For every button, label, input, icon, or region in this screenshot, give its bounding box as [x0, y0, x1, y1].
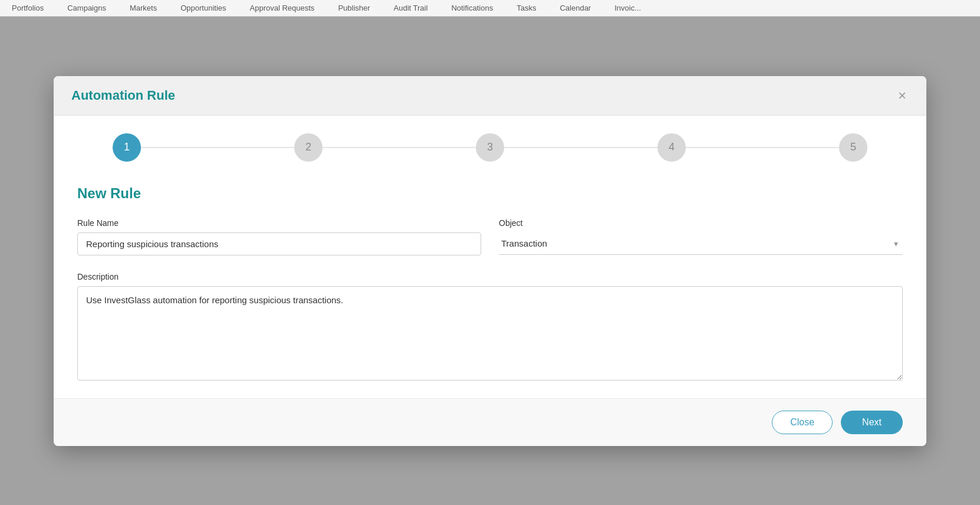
- nav-portfolios[interactable]: Portfolios: [12, 4, 44, 12]
- rule-name-label: Rule Name: [77, 218, 481, 228]
- step-4[interactable]: 4: [657, 133, 686, 162]
- description-textarea[interactable]: Use InvestGlass automation for reporting…: [77, 286, 903, 381]
- nav-invoic[interactable]: Invoic...: [614, 4, 641, 12]
- step-1[interactable]: 1: [113, 133, 141, 162]
- step-5[interactable]: 5: [839, 133, 867, 162]
- nav-publisher[interactable]: Publisher: [338, 4, 370, 12]
- object-label: Object: [499, 218, 903, 228]
- automation-rule-modal: Automation Rule × 1 2 3: [54, 76, 926, 446]
- section-title: New Rule: [77, 185, 903, 202]
- object-select-wrapper: Transaction Portfolio Account Contact ▾: [499, 232, 903, 255]
- nav-bar: Portfolios Campaigns Markets Opportuniti…: [0, 0, 980, 17]
- modal-title: Automation Rule: [71, 88, 175, 103]
- modal-overlay: Automation Rule × 1 2 3: [0, 17, 980, 505]
- description-group: Description Use InvestGlass automation f…: [77, 272, 903, 381]
- nav-tasks[interactable]: Tasks: [517, 4, 536, 12]
- nav-campaigns[interactable]: Campaigns: [67, 4, 106, 12]
- stepper: 1 2 3 4 5: [77, 133, 903, 162]
- rule-name-group: Rule Name: [77, 218, 481, 255]
- description-label: Description: [77, 272, 903, 281]
- modal-close-button[interactable]: ×: [896, 88, 909, 103]
- stepper-items: 1 2 3 4 5: [113, 133, 867, 162]
- nav-approval-requests[interactable]: Approval Requests: [250, 4, 315, 12]
- nav-markets[interactable]: Markets: [130, 4, 157, 12]
- nav-opportunities[interactable]: Opportunities: [180, 4, 226, 12]
- next-button[interactable]: Next: [841, 411, 903, 434]
- nav-notifications[interactable]: Notifications: [451, 4, 493, 12]
- nav-audit-trail[interactable]: Audit Trail: [394, 4, 428, 12]
- modal-body: 1 2 3 4 5 New Rule: [54, 116, 926, 398]
- form-row-1: Rule Name Object Transaction Portfolio A…: [77, 218, 903, 255]
- object-select[interactable]: Transaction Portfolio Account Contact: [499, 232, 903, 255]
- step-2[interactable]: 2: [294, 133, 323, 162]
- modal-header: Automation Rule ×: [54, 76, 926, 116]
- step-3[interactable]: 3: [476, 133, 504, 162]
- object-group: Object Transaction Portfolio Account Con…: [499, 218, 903, 255]
- nav-calendar[interactable]: Calendar: [560, 4, 591, 12]
- close-button[interactable]: Close: [772, 411, 833, 434]
- modal-footer: Close Next: [54, 398, 926, 446]
- rule-name-input[interactable]: [77, 232, 481, 255]
